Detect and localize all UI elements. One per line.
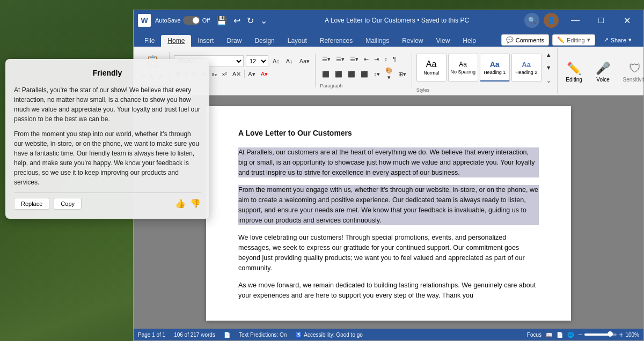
clear-format-button[interactable]: A✕ — [230, 68, 243, 80]
style-no-spacing[interactable]: Aa No Spacing — [448, 54, 478, 81]
view-mode-print: 📄 — [557, 332, 563, 338]
zoom-in-button[interactable]: + — [619, 330, 623, 339]
borders-button[interactable]: ⊞▾ — [396, 66, 408, 82]
superscript-button[interactable]: x² — [220, 68, 229, 80]
share-button[interactable]: ↗ Share ▾ — [598, 34, 637, 46]
document-area[interactable]: A Love Letter to Our Customers At Parall… — [134, 95, 643, 329]
bullets-button[interactable]: ☰▾ — [320, 53, 333, 65]
tooltip-feedback-icons: 👍 👎 — [175, 197, 201, 210]
styles-scroll-down[interactable]: ▼ — [544, 62, 554, 73]
tab-home[interactable]: Home — [161, 35, 191, 47]
text-highlight-button[interactable]: A▾ — [246, 68, 257, 80]
numbering-button[interactable]: ☰▾ — [334, 53, 347, 65]
editing-tool: ✏️ Editing — [561, 55, 588, 88]
thumbup-icon[interactable]: 👍 — [175, 197, 186, 210]
tab-references[interactable]: References — [313, 35, 359, 47]
change-case-button[interactable]: Aa▾ — [297, 55, 312, 67]
replace-button[interactable]: Replace — [14, 198, 49, 210]
save-button[interactable]: 💾 — [214, 14, 229, 27]
view-mode-read: 📖 — [546, 332, 552, 338]
zoom-slider[interactable] — [584, 333, 617, 336]
paragraph-1: At Parallels, our customers are at the h… — [238, 147, 539, 177]
decrease-indent-button[interactable]: ⇤ — [362, 53, 371, 65]
ribbon-tabs: File Home Insert Draw Design Layout Refe… — [134, 31, 643, 47]
autosave-state: Off — [202, 17, 210, 24]
dictate-button[interactable]: 🎤 Voice — [590, 55, 617, 88]
decrease-font-button[interactable]: A↓ — [284, 55, 295, 67]
accessibility-check: ♿ Accessibility: Good to go — [295, 332, 363, 338]
styles-scroll-up[interactable]: ▲ — [544, 49, 554, 61]
tab-help[interactable]: Help — [456, 35, 482, 47]
style-normal[interactable]: Aa Normal — [416, 54, 447, 81]
font-size-select[interactable]: 12 — [246, 55, 268, 67]
font-color-button[interactable]: A▾ — [259, 68, 270, 80]
undo-button[interactable]: ↩ — [231, 14, 243, 27]
paragraph-2: From the moment you engage with us, whet… — [238, 185, 539, 225]
zoom-out-button[interactable]: − — [578, 330, 582, 339]
paragraph-3: We love celebrating our customers! Throu… — [238, 233, 539, 273]
styles-expand[interactable]: ⌄ — [544, 75, 554, 86]
editing-mode-button[interactable]: ✏️ Editing ▾ — [552, 34, 595, 46]
tab-mailings[interactable]: Mailings — [359, 35, 396, 47]
more-button[interactable]: ⌄ — [258, 14, 269, 27]
tab-draw[interactable]: Draw — [220, 35, 248, 47]
accessibility-text: Accessibility: Good to go — [304, 332, 363, 338]
pencil-icon: ✏️ — [557, 36, 565, 43]
window-controls: — □ ✕ — [563, 12, 639, 29]
sensitivity-label: Sensitivity — [623, 77, 644, 83]
divider — [244, 70, 245, 78]
line-spacing-button[interactable]: ↕▾ — [371, 66, 382, 82]
align-right-button[interactable]: ⬛ — [346, 66, 357, 82]
subscript-button[interactable]: x₂ — [209, 68, 219, 80]
right-ribbon-tools: ✏️ Editing 🎤 Voice 🛡 Sensitivity ⭐ — [559, 53, 644, 88]
paragraph-row1: ☰▾ ☰▾ ☰▾ ⇤ ⇥ ↕ ¶ — [320, 53, 408, 65]
tab-file[interactable]: File — [138, 35, 161, 47]
restore-button[interactable]: □ — [589, 12, 613, 29]
focus-button[interactable]: Focus — [527, 332, 541, 338]
zoom-bar: − + 100% — [578, 330, 639, 339]
style-heading2[interactable]: Aa Heading 2 — [511, 54, 541, 81]
tab-insert[interactable]: Insert — [191, 35, 220, 47]
tooltip-paragraph1: At Parallels, you're the star of our sho… — [14, 85, 201, 124]
thumbdown-icon[interactable]: 👎 — [190, 197, 201, 210]
increase-font-button[interactable]: A↑ — [270, 55, 282, 67]
style-heading1[interactable]: Aa Heading 1 — [480, 54, 510, 81]
autosave-toggle[interactable] — [183, 16, 200, 25]
minimize-button[interactable]: — — [563, 12, 588, 29]
tab-review[interactable]: Review — [396, 35, 429, 47]
sensitivity-button[interactable]: 🛡 Sensitivity — [619, 55, 644, 88]
status-bar: Page 1 of 1 106 of 217 words 📄 Text Pred… — [134, 329, 643, 340]
show-marks-button[interactable]: ¶ — [391, 53, 398, 65]
tooltip-paragraph2: From the moment you step into our world,… — [14, 129, 201, 187]
title-bar: W AutoSave Off 💾 ↩ ↻ ⌄ A Love Letter to … — [134, 10, 643, 31]
redo-button[interactable]: ↻ — [245, 14, 256, 27]
shading-button[interactable]: 🎨▾ — [383, 66, 395, 82]
align-center-button[interactable]: ⬛ — [333, 66, 345, 82]
share-chevron-icon: ▾ — [628, 36, 632, 43]
search-button[interactable]: 🔍 — [524, 13, 539, 28]
comments-button[interactable]: 💬 Comments — [501, 34, 549, 46]
sort-button[interactable]: ↕ — [382, 53, 390, 65]
editing-chevron-icon: ▾ — [587, 36, 590, 43]
editing-button[interactable]: ✏️ Editing — [561, 55, 588, 88]
tab-layout[interactable]: Layout — [281, 35, 313, 47]
no-spacing-text: Aa — [459, 61, 467, 68]
tab-design[interactable]: Design — [248, 35, 281, 47]
share-label: Share — [611, 37, 626, 43]
user-avatar[interactable]: 👤 — [544, 13, 559, 28]
multilevel-button[interactable]: ☰▾ — [348, 53, 361, 65]
comments-label: Comments — [516, 37, 544, 43]
comment-icon: 💬 — [506, 36, 514, 43]
no-spacing-label: No Spacing — [450, 69, 475, 75]
tab-view[interactable]: View — [430, 35, 457, 47]
justify-button[interactable]: ⬛ — [358, 66, 370, 82]
styles-section: Aa Normal Aa No Spacing Aa Heading 1 Aa … — [413, 48, 558, 94]
align-left-button[interactable]: ⬛ — [320, 66, 332, 82]
close-button[interactable]: ✕ — [614, 12, 639, 29]
zoom-slider-thumb — [608, 331, 613, 337]
sensitivity-tool: 🛡 Sensitivity — [619, 55, 644, 88]
heading2-label: Heading 2 — [515, 70, 537, 75]
copy-button-tooltip[interactable]: Copy — [54, 198, 82, 210]
status-right: Focus 📖 📄 🌐 − + 100% — [527, 330, 639, 339]
increase-indent-button[interactable]: ⇥ — [372, 53, 381, 65]
